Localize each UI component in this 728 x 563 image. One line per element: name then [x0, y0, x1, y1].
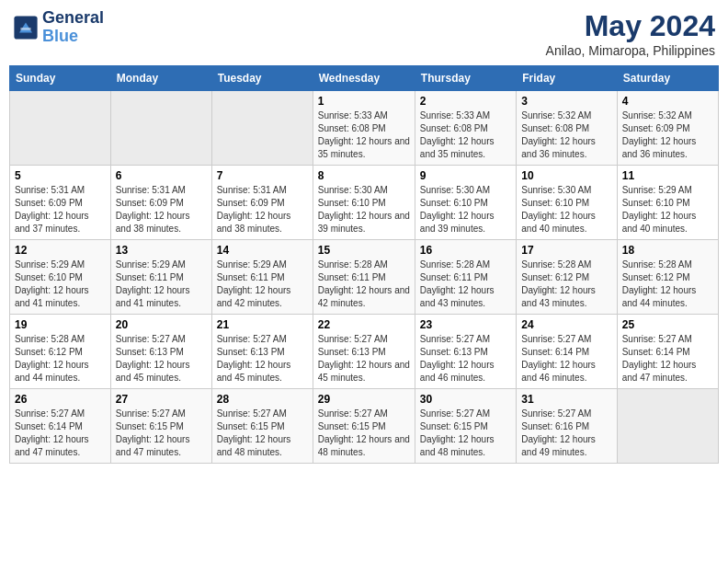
day-info: Sunrise: 5:27 AMSunset: 6:16 PMDaylight:…: [521, 408, 611, 459]
day-info: Sunrise: 5:28 AMSunset: 6:12 PMDaylight:…: [521, 259, 611, 310]
day-info: Sunrise: 5:28 AMSunset: 6:11 PMDaylight:…: [318, 259, 410, 310]
day-number: 12: [15, 244, 106, 257]
day-number: 9: [420, 169, 511, 182]
day-number: 14: [217, 244, 308, 257]
calendar-day-cell: 15Sunrise: 5:28 AMSunset: 6:11 PMDayligh…: [313, 240, 415, 315]
day-number: 29: [318, 393, 410, 406]
calendar-day-cell: 11Sunrise: 5:29 AMSunset: 6:10 PMDayligh…: [617, 166, 718, 240]
day-info: Sunrise: 5:30 AMSunset: 6:10 PMDaylight:…: [318, 184, 410, 236]
day-number: 19: [15, 318, 106, 331]
calendar-day-cell: 18Sunrise: 5:28 AMSunset: 6:12 PMDayligh…: [617, 240, 718, 315]
calendar-day-cell: 23Sunrise: 5:27 AMSunset: 6:13 PMDayligh…: [415, 315, 516, 389]
calendar-day-cell: 8Sunrise: 5:30 AMSunset: 6:10 PMDaylight…: [313, 166, 415, 240]
day-number: 26: [15, 393, 106, 406]
day-number: 3: [521, 95, 611, 108]
calendar-table: SundayMondayTuesdayWednesdayThursdayFrid…: [9, 65, 719, 464]
day-info: Sunrise: 5:30 AMSunset: 6:10 PMDaylight:…: [521, 184, 611, 236]
calendar-day-cell: [10, 91, 111, 166]
calendar-day-cell: 12Sunrise: 5:29 AMSunset: 6:10 PMDayligh…: [10, 240, 111, 315]
day-info: Sunrise: 5:27 AMSunset: 6:15 PMDaylight:…: [116, 408, 207, 459]
calendar-day-cell: [110, 91, 211, 166]
calendar-day-cell: 22Sunrise: 5:27 AMSunset: 6:13 PMDayligh…: [313, 315, 415, 389]
day-number: 28: [217, 393, 308, 406]
day-info: Sunrise: 5:31 AMSunset: 6:09 PMDaylight:…: [116, 184, 207, 236]
calendar-day-cell: 25Sunrise: 5:27 AMSunset: 6:14 PMDayligh…: [617, 315, 718, 389]
day-number: 16: [420, 244, 511, 257]
day-info: Sunrise: 5:33 AMSunset: 6:08 PMDaylight:…: [318, 109, 410, 161]
svg-rect-2: [20, 28, 30, 30]
day-info: Sunrise: 5:31 AMSunset: 6:09 PMDaylight:…: [217, 184, 308, 236]
day-info: Sunrise: 5:27 AMSunset: 6:14 PMDaylight:…: [15, 408, 106, 459]
calendar-day-cell: 4Sunrise: 5:32 AMSunset: 6:09 PMDaylight…: [617, 91, 718, 166]
calendar-body: 1Sunrise: 5:33 AMSunset: 6:08 PMDaylight…: [10, 91, 719, 464]
day-info: Sunrise: 5:30 AMSunset: 6:10 PMDaylight:…: [420, 184, 511, 236]
calendar-day-cell: 13Sunrise: 5:29 AMSunset: 6:11 PMDayligh…: [110, 240, 211, 315]
day-info: Sunrise: 5:33 AMSunset: 6:08 PMDaylight:…: [420, 109, 511, 161]
calendar-day-cell: 7Sunrise: 5:31 AMSunset: 6:09 PMDaylight…: [211, 166, 313, 240]
day-info: Sunrise: 5:29 AMSunset: 6:11 PMDaylight:…: [116, 259, 207, 310]
calendar-day-cell: 30Sunrise: 5:27 AMSunset: 6:15 PMDayligh…: [415, 389, 516, 464]
day-number: 6: [116, 169, 207, 182]
calendar-day-cell: [211, 91, 313, 166]
day-number: 22: [318, 318, 410, 331]
weekday-header-cell: Monday: [110, 66, 211, 91]
weekday-header-cell: Sunday: [10, 66, 111, 91]
day-number: 25: [622, 318, 713, 331]
calendar-day-cell: 10Sunrise: 5:30 AMSunset: 6:10 PMDayligh…: [517, 166, 617, 240]
day-number: 10: [521, 169, 611, 182]
day-info: Sunrise: 5:27 AMSunset: 6:13 PMDaylight:…: [116, 333, 207, 385]
calendar-week-row: 1Sunrise: 5:33 AMSunset: 6:08 PMDaylight…: [10, 91, 719, 166]
day-info: Sunrise: 5:27 AMSunset: 6:13 PMDaylight:…: [420, 333, 511, 385]
calendar-day-cell: 5Sunrise: 5:31 AMSunset: 6:09 PMDaylight…: [10, 166, 111, 240]
day-number: 8: [318, 169, 410, 182]
calendar-day-cell: 16Sunrise: 5:28 AMSunset: 6:11 PMDayligh…: [415, 240, 516, 315]
location-title: Anilao, Mimaropa, Philippines: [546, 43, 715, 58]
day-info: Sunrise: 5:27 AMSunset: 6:14 PMDaylight:…: [521, 333, 611, 385]
calendar-day-cell: 31Sunrise: 5:27 AMSunset: 6:16 PMDayligh…: [517, 389, 617, 464]
day-number: 30: [420, 393, 511, 406]
day-info: Sunrise: 5:27 AMSunset: 6:14 PMDaylight:…: [622, 333, 713, 385]
logo-icon: [13, 15, 39, 40]
day-number: 20: [116, 318, 207, 331]
weekday-header-cell: Friday: [517, 66, 617, 91]
day-info: Sunrise: 5:27 AMSunset: 6:15 PMDaylight:…: [217, 408, 308, 459]
day-number: 13: [116, 244, 207, 257]
day-info: Sunrise: 5:27 AMSunset: 6:13 PMDaylight:…: [217, 333, 308, 385]
calendar-day-cell: 24Sunrise: 5:27 AMSunset: 6:14 PMDayligh…: [517, 315, 617, 389]
day-info: Sunrise: 5:27 AMSunset: 6:15 PMDaylight:…: [420, 408, 511, 459]
day-info: Sunrise: 5:29 AMSunset: 6:11 PMDaylight:…: [217, 259, 308, 310]
day-number: 4: [622, 95, 713, 108]
weekday-header-cell: Tuesday: [211, 66, 313, 91]
calendar-day-cell: 17Sunrise: 5:28 AMSunset: 6:12 PMDayligh…: [517, 240, 617, 315]
logo-line2: Blue: [42, 28, 104, 46]
day-number: 15: [318, 244, 410, 257]
calendar-day-cell: 2Sunrise: 5:33 AMSunset: 6:08 PMDaylight…: [415, 91, 516, 166]
calendar-week-row: 5Sunrise: 5:31 AMSunset: 6:09 PMDaylight…: [10, 166, 719, 240]
day-number: 27: [116, 393, 207, 406]
calendar-week-row: 12Sunrise: 5:29 AMSunset: 6:10 PMDayligh…: [10, 240, 719, 315]
weekday-header-cell: Saturday: [617, 66, 718, 91]
calendar-week-row: 19Sunrise: 5:28 AMSunset: 6:12 PMDayligh…: [10, 315, 719, 389]
calendar-day-cell: 28Sunrise: 5:27 AMSunset: 6:15 PMDayligh…: [211, 389, 313, 464]
month-title: May 2024: [546, 9, 715, 43]
weekday-header-cell: Wednesday: [313, 66, 415, 91]
day-number: 1: [318, 95, 410, 108]
logo-line1: General: [42, 9, 104, 28]
logo-text: General Blue: [42, 9, 104, 46]
calendar-day-cell: 20Sunrise: 5:27 AMSunset: 6:13 PMDayligh…: [110, 315, 211, 389]
day-info: Sunrise: 5:32 AMSunset: 6:09 PMDaylight:…: [622, 109, 713, 161]
calendar-day-cell: 26Sunrise: 5:27 AMSunset: 6:14 PMDayligh…: [10, 389, 111, 464]
calendar-day-cell: 21Sunrise: 5:27 AMSunset: 6:13 PMDayligh…: [211, 315, 313, 389]
day-number: 18: [622, 244, 713, 257]
day-info: Sunrise: 5:27 AMSunset: 6:15 PMDaylight:…: [318, 408, 410, 459]
calendar-day-cell: 27Sunrise: 5:27 AMSunset: 6:15 PMDayligh…: [110, 389, 211, 464]
day-number: 11: [622, 169, 713, 182]
day-number: 21: [217, 318, 308, 331]
calendar-day-cell: 1Sunrise: 5:33 AMSunset: 6:08 PMDaylight…: [313, 91, 415, 166]
calendar-day-cell: 19Sunrise: 5:28 AMSunset: 6:12 PMDayligh…: [10, 315, 111, 389]
day-info: Sunrise: 5:28 AMSunset: 6:11 PMDaylight:…: [420, 259, 511, 310]
page-header: General Blue May 2024 Anilao, Mimaropa, …: [9, 9, 719, 58]
weekday-header-row: SundayMondayTuesdayWednesdayThursdayFrid…: [10, 66, 719, 91]
day-number: 31: [521, 393, 611, 406]
day-info: Sunrise: 5:29 AMSunset: 6:10 PMDaylight:…: [15, 259, 106, 310]
